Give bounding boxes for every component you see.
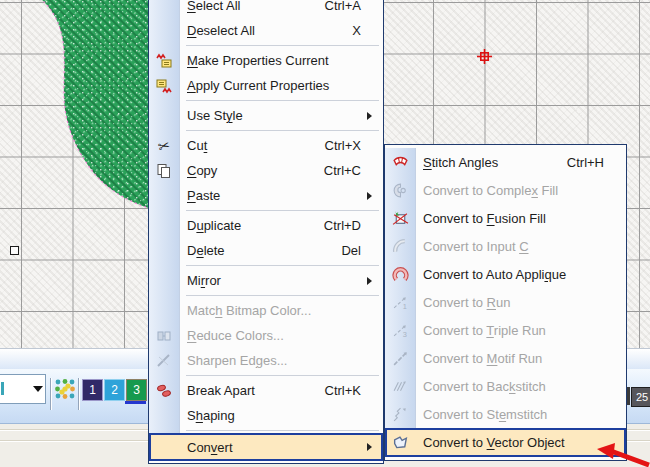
- submenu-arrow-icon: [367, 112, 383, 120]
- palette-chip-2[interactable]: 2: [104, 379, 125, 401]
- submenu-item-convert-to-stemstitch: Convert to Stemstitch: [385, 400, 626, 428]
- selected-chip-underline: [125, 401, 146, 404]
- menu-item-paste[interactable]: Paste: [149, 183, 383, 208]
- run-icon: 1: [392, 294, 409, 311]
- submenu-item-convert-to-fusion-fill[interactable]: Convert to Fusion Fill: [385, 204, 626, 232]
- vector-object-icon: [392, 434, 409, 451]
- fusion-fill-icon: [392, 210, 409, 227]
- motif-run-icon: [392, 350, 409, 367]
- shortcut-label: Ctrl+A: [325, 0, 367, 13]
- menu-item-duplicate[interactable]: Duplicate Ctrl+D: [149, 213, 383, 238]
- stitch-angles-icon: [392, 154, 409, 171]
- backstitch-icon: [392, 378, 409, 395]
- toolbar-separator: [50, 378, 51, 410]
- submenu-item-convert-to-input-c: Convert to Input C: [385, 232, 626, 260]
- palette-chip-25[interactable]: 25: [631, 387, 650, 407]
- apply-current-properties-icon: [156, 78, 172, 94]
- submenu-arrow-icon: [367, 192, 383, 200]
- menu-item-mirror[interactable]: Mirror: [149, 268, 383, 293]
- combobox-partial-content: [1, 382, 4, 395]
- menu-item-deselect-all[interactable]: Deselect All X: [149, 18, 383, 43]
- submenu-item-convert-to-triple-run: 3 Convert to Triple Run: [385, 316, 626, 344]
- context-menu: Select All Ctrl+A Deselect All X Make Pr…: [148, 0, 384, 464]
- menu-item-make-properties-current[interactable]: Make Properties Current: [149, 48, 383, 73]
- menu-separator: [149, 263, 383, 268]
- auto-applique-icon: [392, 266, 409, 283]
- sharpen-edges-icon: [156, 353, 172, 369]
- submenu-item-stitch-angles[interactable]: Stitch Angles Ctrl+H: [385, 148, 626, 176]
- menu-separator: [149, 293, 383, 298]
- shortcut-label: Ctrl+H: [567, 155, 610, 170]
- menu-item-shaping[interactable]: Shaping: [149, 403, 383, 428]
- embroidery-object-green-fill[interactable]: [0, 0, 152, 218]
- copy-icon: [156, 163, 172, 179]
- palette-chip-3-selected[interactable]: 3: [126, 379, 147, 401]
- menu-item-convert[interactable]: Convert: [149, 433, 383, 461]
- menu-separator: [149, 128, 383, 133]
- svg-text:1: 1: [402, 302, 406, 311]
- submenu-item-convert-to-run: 1 Convert to Run: [385, 288, 626, 316]
- make-properties-current-icon: [156, 53, 172, 69]
- shortcut-label: X: [352, 23, 367, 38]
- menu-separator: [149, 98, 383, 103]
- submenu-item-convert-to-backstitch: Convert to Backstitch: [385, 372, 626, 400]
- convert-submenu: Stitch Angles Ctrl+H Convert to Complex …: [384, 144, 627, 461]
- submenu-item-convert-to-vector-object[interactable]: Convert to Vector Object: [385, 428, 626, 457]
- scissors-icon: ✂: [157, 137, 172, 154]
- mix-thread-colors-icon[interactable]: [54, 378, 76, 400]
- design-origin-crosshair-marker: [477, 49, 492, 64]
- combobox-dropdown-arrow-icon[interactable]: [30, 376, 45, 402]
- menu-item-use-style[interactable]: Use Style: [149, 103, 383, 128]
- menu-item-select-all[interactable]: Select All Ctrl+A: [149, 0, 383, 18]
- input-c-icon: [392, 238, 409, 255]
- submenu-arrow-icon: [367, 443, 383, 451]
- menu-item-delete[interactable]: Delete Del: [149, 238, 383, 263]
- submenu-item-convert-to-motif-run: Convert to Motif Run: [385, 344, 626, 372]
- break-apart-icon: [156, 383, 172, 399]
- submenu-item-convert-to-auto-applique[interactable]: Convert to Auto Applique: [385, 260, 626, 288]
- red-annotation-arrow: [595, 441, 650, 467]
- submenu-item-convert-to-complex-fill: Convert to Complex Fill: [385, 176, 626, 204]
- menu-item-break-apart[interactable]: Break Apart Ctrl+K: [149, 378, 383, 403]
- menu-separator: [149, 208, 383, 213]
- menu-item-reduce-colors: Reduce Colors...: [149, 323, 383, 348]
- triple-run-icon: 3: [392, 322, 409, 339]
- menu-item-copy[interactable]: Copy Ctrl+C: [149, 158, 383, 183]
- menu-item-match-bitmap-color: Match Bitmap Color...: [149, 298, 383, 323]
- menu-separator: [149, 373, 383, 378]
- menu-item-sharpen-edges: Sharpen Edges...: [149, 348, 383, 373]
- menu-item-cut[interactable]: ✂ Cut Ctrl+X: [149, 133, 383, 158]
- palette-chip-partial[interactable]: [627, 387, 630, 405]
- submenu-arrow-icon: [367, 277, 383, 285]
- toolbar-separator: [78, 378, 79, 410]
- selection-handle[interactable]: [10, 246, 19, 255]
- complex-fill-icon: [392, 182, 409, 199]
- menu-separator: [149, 428, 383, 433]
- menu-separator: [149, 43, 383, 48]
- palette-chip-1[interactable]: 1: [82, 379, 103, 401]
- app-window: { "colors": { "menu_highlight_bg": "#fde…: [0, 0, 650, 467]
- fabric-combobox[interactable]: [0, 374, 46, 404]
- menu-item-apply-current-properties[interactable]: Apply Current Properties: [149, 73, 383, 98]
- svg-text:3: 3: [402, 330, 406, 339]
- reduce-colors-icon: [156, 328, 172, 344]
- stemstitch-icon: [392, 406, 409, 423]
